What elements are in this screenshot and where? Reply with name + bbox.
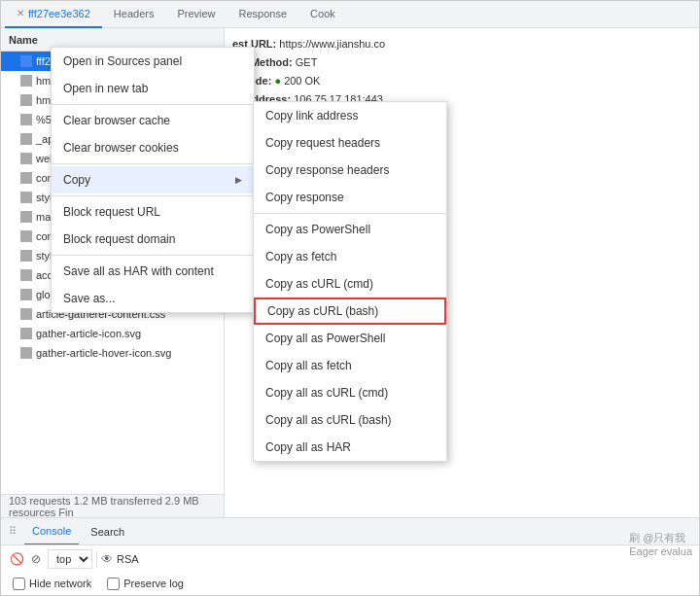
submenu-copy-as-fetch[interactable]: Copy as fetch — [254, 243, 446, 270]
menu-save-as[interactable]: Save as... — [52, 285, 254, 312]
menu-clear-cache[interactable]: Clear browser cache — [52, 107, 254, 134]
submenu-copy-response-headers[interactable]: Copy response headers — [254, 157, 446, 184]
submenu-copy-response[interactable]: Copy response — [254, 184, 446, 211]
menu-block-domain[interactable]: Block request domain — [52, 226, 254, 253]
submenu-copy-all-as-curl-bash[interactable]: Copy all as cURL (bash) — [254, 406, 446, 434]
submenu-copy-as-powershell[interactable]: Copy as PowerShell — [254, 216, 446, 243]
menu-divider-4 — [52, 255, 254, 256]
menu-open-new-tab[interactable]: Open in new tab — [52, 75, 254, 102]
submenu-copy-all-as-curl-cmd[interactable]: Copy all as cURL (cmd) — [254, 379, 446, 406]
context-menu-secondary: Copy link address Copy request headers C… — [253, 101, 447, 462]
submenu-copy-all-as-fetch[interactable]: Copy all as fetch — [254, 352, 446, 379]
menu-block-url[interactable]: Block request URL — [52, 198, 254, 226]
submenu-copy-request-headers[interactable]: Copy request headers — [254, 129, 446, 157]
submenu-copy-link[interactable]: Copy link address — [254, 102, 446, 129]
menu-clear-cookies[interactable]: Clear browser cookies — [52, 134, 254, 161]
submenu-copy-all-as-powershell[interactable]: Copy all as PowerShell — [254, 325, 446, 352]
menu-divider-3 — [52, 195, 254, 196]
submenu-copy-as-curl-bash[interactable]: Copy as cURL (bash) — [254, 298, 446, 325]
menu-divider-2 — [52, 163, 254, 164]
menu-save-har[interactable]: Save all as HAR with content — [52, 258, 254, 285]
menu-open-sources[interactable]: Open in Sources panel — [52, 48, 254, 75]
watermark: 刷 @只有我 Eager evalua — [629, 531, 692, 557]
context-menu-primary: Open in Sources panel Open in new tab Cl… — [51, 47, 255, 313]
submenu-copy-as-curl-cmd[interactable]: Copy as cURL (cmd) — [254, 270, 446, 298]
submenu-copy-all-as-har[interactable]: Copy all as HAR — [254, 434, 446, 461]
context-menu-overlay[interactable]: Open in Sources panel Open in new tab Cl… — [0, 0, 700, 596]
submenu-divider-1 — [254, 213, 446, 214]
menu-divider-1 — [52, 104, 254, 105]
menu-copy[interactable]: Copy — [52, 166, 254, 193]
